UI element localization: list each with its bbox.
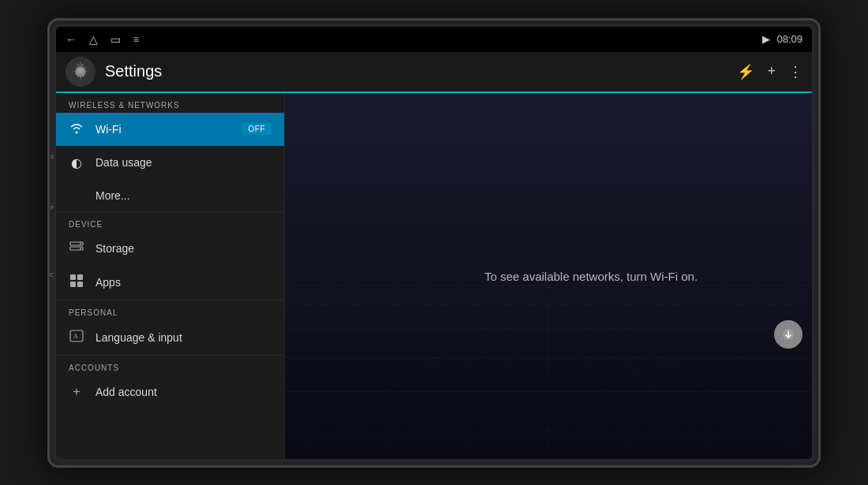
device-frame: RES TF MIC ← △ ▭ ≡ ▶ 08:09 xyxy=(47,18,821,468)
apps-label: Apps xyxy=(95,276,271,289)
app-icon xyxy=(65,57,95,87)
menu-item-apps[interactable]: Apps xyxy=(56,265,284,300)
language-icon: A xyxy=(69,330,84,345)
status-bar: ← △ ▭ ≡ ▶ 08:09 xyxy=(56,27,812,52)
add-button[interactable]: + xyxy=(767,63,776,80)
wifi-toggle[interactable]: OFF xyxy=(242,123,272,135)
svg-point-1 xyxy=(77,68,84,74)
apps-icon xyxy=(69,274,84,290)
data-usage-icon: ◐ xyxy=(69,155,84,170)
mic-label: MIC xyxy=(47,272,54,278)
svg-text:A: A xyxy=(73,333,78,340)
wifi-icon xyxy=(69,122,84,136)
home-icon[interactable]: △ xyxy=(89,33,98,46)
menu-icon[interactable]: ≡ xyxy=(133,34,139,45)
more-label: More... xyxy=(95,189,271,202)
side-buttons: RES TF MIC xyxy=(47,154,54,293)
svg-point-4 xyxy=(80,243,81,244)
svg-rect-6 xyxy=(70,274,76,280)
location-icon: ▶ xyxy=(762,33,770,45)
header-actions: ⚡ + ⋮ xyxy=(737,63,803,80)
content-area: To see available networks, turn Wi-Fi on… xyxy=(285,93,812,459)
recents-icon[interactable]: ▭ xyxy=(110,33,121,46)
menu-item-storage[interactable]: Storage xyxy=(56,232,284,265)
menu-item-data-usage[interactable]: ◐ Data usage xyxy=(56,146,284,180)
menu-item-wifi[interactable]: Wi-Fi OFF xyxy=(56,113,284,146)
sidebar: WIRELESS & NETWORKS Wi-Fi OFF ◐ Data u xyxy=(56,93,285,459)
svg-rect-7 xyxy=(77,274,83,280)
wifi-label: Wi-Fi xyxy=(95,123,231,136)
nav-icons: ← △ ▭ ≡ xyxy=(65,33,139,46)
section-personal: PERSONAL xyxy=(56,300,284,320)
back-icon[interactable]: ← xyxy=(65,33,77,46)
wifi-message: To see available networks, turn Wi-Fi on… xyxy=(485,269,698,282)
svg-point-5 xyxy=(80,248,81,249)
res-label: RES xyxy=(47,154,54,159)
add-account-label: Add account xyxy=(95,386,271,398)
more-button[interactable]: ⋮ xyxy=(788,63,803,80)
svg-rect-9 xyxy=(77,282,83,287)
menu-item-language[interactable]: A Language & input xyxy=(56,320,284,355)
section-device: DEVICE xyxy=(56,212,284,232)
data-usage-label: Data usage xyxy=(95,156,271,169)
app-title: Settings xyxy=(105,62,737,80)
language-label: Language & input xyxy=(95,331,271,344)
section-wireless: WIRELESS & NETWORKS xyxy=(56,93,284,113)
add-account-icon: + xyxy=(69,385,84,399)
clock: 08:09 xyxy=(776,33,803,45)
section-accounts: ACCOUNTS xyxy=(56,356,284,375)
svg-rect-8 xyxy=(70,282,76,287)
storage-label: Storage xyxy=(95,242,271,255)
main-content: WIRELESS & NETWORKS Wi-Fi OFF ◐ Data u xyxy=(56,93,812,459)
flash-button[interactable]: ⚡ xyxy=(737,63,754,80)
storage-icon xyxy=(69,241,84,256)
screen: ← △ ▭ ≡ ▶ 08:09 Settings ⚡ xyxy=(56,27,812,459)
menu-item-add-account[interactable]: + Add account xyxy=(56,375,284,409)
status-right: ▶ 08:09 xyxy=(762,33,803,45)
menu-item-more[interactable]: More... xyxy=(56,180,284,211)
app-header: Settings ⚡ + ⋮ xyxy=(56,52,812,93)
tf-label: TF xyxy=(47,205,54,211)
